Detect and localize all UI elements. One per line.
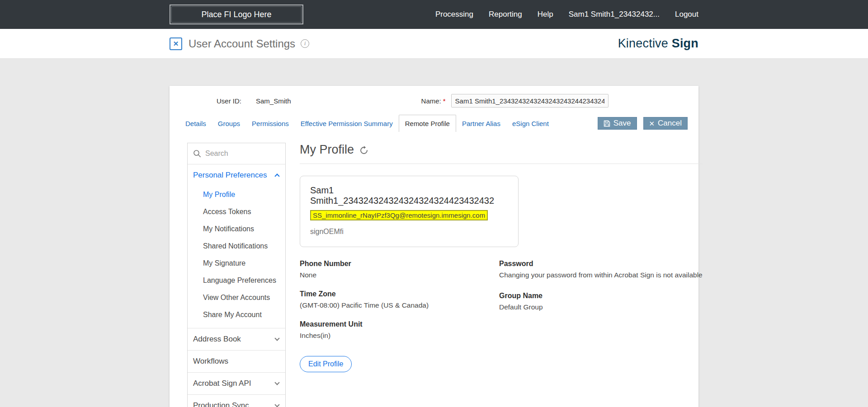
document-sign-icon-glyph: ✕ [173,40,179,48]
sidebar-section-address-book: Address Book [188,328,285,350]
tab-actions: Save ✕ Cancel [598,117,688,132]
field-label: Measurement Unit [300,320,499,328]
refresh-icon[interactable] [359,146,368,155]
my-profile-main: My Profile Sam1 Smith1_23432432432432432… [300,143,703,372]
field-value: Default Group [499,303,703,311]
field-label: Group Name [499,292,703,300]
fi-logo-placeholder-label: Place FI Logo Here [201,10,271,19]
user-id-value: Sam_Smith [256,97,291,105]
sidebar-item-view-other-accounts[interactable]: View Other Accounts [203,289,285,306]
edit-profile-button[interactable]: Edit Profile [300,356,352,372]
field-password: Password Changing your password from wit… [499,260,703,279]
profile-fields: Phone Number None Time Zone (GMT-08:00) … [300,260,703,351]
sidebar-item-share-my-account[interactable]: Share My Account [203,306,285,323]
sidebar-item-workflows[interactable]: Workflows [188,351,285,372]
nav-processing[interactable]: Processing [435,10,473,19]
user-account-panel: User ID: Sam_Smith Name: * Details Group… [170,86,698,407]
tab-bar: Details Groups Permissions Effective Per… [170,115,698,132]
field-value: None [300,271,499,279]
brand-logo: Kinective Sign [618,37,698,51]
my-profile-heading: My Profile [300,143,354,157]
field-time-zone: Time Zone (GMT-08:00) Pacific Time (US &… [300,290,499,309]
chevron-down-icon [274,380,279,385]
profile-email-highlighted: SS_immonline_rNayIPzf3Qg@remotesign.imme… [310,210,488,220]
user-id-label: User ID: [217,97,241,105]
tab-effective-permission-summary[interactable]: Effective Permission Summary [295,115,399,132]
tab-permissions[interactable]: Permissions [246,115,295,132]
sidebar-item-language-preferences[interactable]: Language Preferences [203,272,285,289]
field-value: Changing your password from within Acrob… [499,271,703,279]
profile-fields-left: Phone Number None Time Zone (GMT-08:00) … [300,260,499,351]
sidebar-search [188,143,285,164]
profile-company: signOEMfi [310,228,508,236]
search-icon [193,150,201,158]
info-icon-glyph: i [304,40,306,47]
sidebar-item-access-tokens[interactable]: Access Tokens [203,203,285,220]
fi-logo-placeholder: Place FI Logo Here [170,5,303,24]
sidebar-item-shared-notifications[interactable]: Shared Notifications [203,238,285,255]
chevron-down-icon [274,336,279,341]
sidebar-section-label: Personal Preferences [193,171,267,180]
sidebar-section-label: Address Book [193,335,241,344]
page-header: ✕ User Account Settings i Kinective Sign [0,29,868,59]
document-sign-icon: ✕ [170,37,182,50]
sidebar-section-personal-preferences: Personal Preferences My Profile Access T… [188,164,285,328]
top-bar: Place FI Logo Here Processing Reporting … [0,0,868,29]
profile-sidebar: Personal Preferences My Profile Access T… [187,143,286,407]
brand-suffix: Sign [672,37,698,50]
chevron-down-icon [274,402,279,407]
info-icon[interactable]: i [301,39,309,48]
save-button-label: Save [613,119,631,128]
field-phone-number: Phone Number None [300,260,499,279]
save-button[interactable]: Save [598,117,637,130]
sidebar-section-label: Acrobat Sign API [193,379,251,388]
field-label: Password [499,260,703,268]
required-marker: * [443,97,446,105]
name-input[interactable] [451,94,609,108]
top-nav: Processing Reporting Help Sam1 Smith1_23… [435,10,698,19]
tab-details[interactable]: Details [179,115,212,132]
cancel-icon: ✕ [649,120,655,127]
tab-remote-profile[interactable]: Remote Profile [399,115,456,132]
name-label: Name: [421,97,441,105]
personal-preferences-items: My Profile Access Tokens My Notification… [188,186,285,328]
search-input[interactable] [205,150,273,158]
account-identity-row: User ID: Sam_Smith Name: * [170,86,698,108]
sidebar-item-production-sync[interactable]: Production Sync [188,395,285,407]
sidebar-section-workflows: Workflows [188,350,285,372]
sidebar-item-address-book[interactable]: Address Book [188,328,285,350]
profile-summary-card: Sam1 Smith1_2343243243243243243244234324… [300,176,519,247]
tab-partner-alias[interactable]: Partner Alias [456,115,506,132]
sidebar-section-label: Workflows [193,357,228,366]
brand-name: Kinective [618,37,668,50]
tab-esign-client[interactable]: eSign Client [506,115,555,132]
my-profile-heading-row: My Profile [300,143,703,157]
field-label: Phone Number [300,260,499,268]
sidebar-item-my-notifications[interactable]: My Notifications [203,220,285,238]
sidebar-section-label: Production Sync [193,401,249,407]
nav-reporting[interactable]: Reporting [489,10,522,19]
nav-logout[interactable]: Logout [675,10,698,19]
nav-help[interactable]: Help [538,10,553,19]
profile-fields-right: Password Changing your password from wit… [499,260,703,351]
field-label: Time Zone [300,290,499,298]
sidebar-section-acrobat-sign-api: Acrobat Sign API [188,372,285,394]
field-measurement-unit: Measurement Unit Inches(in) [300,320,499,340]
sidebar-item-my-profile[interactable]: My Profile [203,186,285,203]
sidebar-item-acrobat-sign-api[interactable]: Acrobat Sign API [188,373,285,394]
cancel-button[interactable]: ✕ Cancel [643,117,688,130]
page-title: User Account Settings [189,37,295,50]
field-value: Inches(in) [300,332,499,340]
nav-current-user[interactable]: Sam1 Smith1_23432432... [569,10,660,19]
field-group-name: Group Name Default Group [499,292,703,311]
cancel-button-label: Cancel [658,119,682,128]
profile-divider [300,164,703,164]
profile-display-name: Sam1 Smith1_2343243243243243243244234324… [310,185,508,206]
chevron-up-icon [274,173,279,178]
remote-profile-content: Personal Preferences My Profile Access T… [170,143,698,407]
tab-groups[interactable]: Groups [212,115,246,132]
sidebar-item-my-signature[interactable]: My Signature [203,255,285,272]
field-value: (GMT-08:00) Pacific Time (US & Canada) [300,301,499,309]
save-icon [604,120,610,127]
sidebar-item-personal-preferences[interactable]: Personal Preferences [188,164,285,186]
